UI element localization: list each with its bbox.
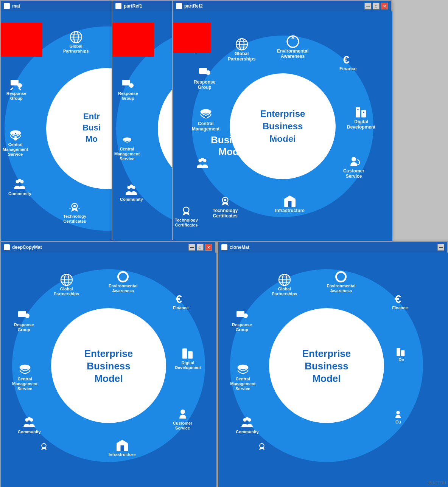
minimize-btn-deepCopyMat[interactable]: — xyxy=(188,244,195,251)
svg-point-36 xyxy=(184,207,189,213)
close-btn-deepCopyMat[interactable]: ✕ xyxy=(205,244,212,251)
svg-text:Business: Business xyxy=(305,360,348,372)
donut-cloneMat: Enterprise Business Model GlobalPartners… xyxy=(226,265,427,466)
svg-rect-99 xyxy=(401,350,404,356)
label-digital-partRef2: DigitalDevelopment xyxy=(347,119,375,130)
svg-point-107 xyxy=(260,443,264,448)
label-finance-partRef2: Finance xyxy=(339,66,356,71)
segment-tech-deep xyxy=(39,441,49,452)
segment-central-deep: CentralManagementService xyxy=(12,363,37,392)
titlebar-cloneMat: cloneMat — xyxy=(218,242,447,253)
label-central-partRef1: CentralManagementService xyxy=(114,147,140,162)
segment-tech-partRef2: TechnologyCertificates xyxy=(213,194,238,219)
label-community-clone: Community xyxy=(236,430,259,434)
svg-rect-49 xyxy=(361,110,366,118)
red-placeholder-mat xyxy=(1,23,42,57)
svg-point-35 xyxy=(130,185,133,188)
label-central-deep: CentralManagementService xyxy=(12,377,37,392)
segment-customer-clone: Cu xyxy=(393,409,403,425)
segment-infra-deep: Infrastructure xyxy=(109,439,136,457)
svg-rect-76 xyxy=(188,351,193,359)
minimize-btn-partRef2[interactable]: — xyxy=(364,3,371,9)
svg-rect-105 xyxy=(236,311,244,317)
label-global-clone: GlobalPartnerships xyxy=(272,287,297,296)
maximize-btn-partRef2[interactable]: □ xyxy=(373,3,380,9)
segment-infra-partRef2: Infrastructure xyxy=(275,194,305,213)
label-response-deep: ResponseGroup xyxy=(14,323,34,332)
label-digital-clone: De xyxy=(398,357,404,362)
svg-rect-75 xyxy=(182,348,187,358)
svg-point-52 xyxy=(352,157,356,161)
red-placeholder-partRef1 xyxy=(112,23,154,57)
window-controls-deepCopyMat[interactable]: — □ ✕ xyxy=(188,244,212,251)
segment-finance-deep: € Finance xyxy=(173,292,189,310)
development-label-partRef2: Development xyxy=(271,133,302,139)
svg-point-77 xyxy=(180,409,185,414)
segment-response-partRef1: ResponseGroup xyxy=(118,78,138,101)
window-title-mat: mat xyxy=(12,3,20,9)
svg-line-11 xyxy=(11,88,13,90)
svg-text:Model: Model xyxy=(94,373,123,384)
segment-global-mat: GlobalPartnerships xyxy=(63,30,89,54)
svg-text:Business: Business xyxy=(263,121,303,131)
label-customer-partRef2: CustomerService xyxy=(343,168,364,179)
svg-rect-62 xyxy=(199,68,207,74)
window-cloneMat: cloneMat — Enterprise Business Model Glo… xyxy=(218,241,448,487)
svg-point-14 xyxy=(14,137,17,141)
svg-point-32 xyxy=(123,138,131,141)
segment-env-partRef2: EnvironmentalAwareness xyxy=(277,35,308,59)
segment-global-clone: GlobalPartnerships xyxy=(272,273,297,296)
segment-customer-deep: CustomerService xyxy=(173,407,192,431)
minimize-btn-cloneMat[interactable]: — xyxy=(437,244,444,251)
svg-text:Business: Business xyxy=(87,360,131,372)
segment-env-clone: EnvironmentalAwareness xyxy=(327,270,355,293)
svg-point-83 xyxy=(28,417,31,420)
svg-point-59 xyxy=(201,158,204,161)
window-controls-cloneMat[interactable]: — xyxy=(437,244,444,251)
svg-point-84 xyxy=(20,364,30,369)
svg-text:Busi: Busi xyxy=(82,123,101,132)
svg-point-104 xyxy=(238,364,248,369)
window-title-partRef1: partRef1 xyxy=(124,3,142,9)
window-mat: mat Entr Busi Mo GlobalPartnerships Resp… xyxy=(0,0,117,240)
segment-response-clone: ResponseGroup xyxy=(232,309,252,332)
window-icon-mat xyxy=(4,3,10,9)
window-title-cloneMat: cloneMat xyxy=(230,245,249,250)
segment-digital-deep: DigitalDevelopment xyxy=(175,347,201,370)
segment-community-partRef1: Community xyxy=(120,183,143,202)
segment-central-partRef2: CentralManagement xyxy=(192,107,219,132)
label-finance-clone: Finance xyxy=(392,306,408,310)
segment-finance-clone: € Finance xyxy=(392,292,408,310)
label-central-partRef2: CentralManagement xyxy=(192,121,219,132)
svg-text:Enterprise: Enterprise xyxy=(302,348,351,359)
label-global-deep: GlobalPartnerships xyxy=(54,287,79,296)
label-env-deep: EnvironmentalAwareness xyxy=(109,284,137,293)
segment-community-deep: Community xyxy=(18,416,41,434)
maximize-btn-deepCopyMat[interactable]: □ xyxy=(197,244,204,251)
window-controls-partRef2[interactable]: — □ ✕ xyxy=(364,3,388,9)
window-partRef2: partRef2 — □ ✕ Enterprise Business Model xyxy=(172,0,392,240)
segment-community-partRef2 xyxy=(196,157,209,170)
close-btn-partRef2[interactable]: ✕ xyxy=(381,3,388,9)
business-model-label-partRef2: BusinessModel xyxy=(211,134,255,158)
watermark: 351CTOH xyxy=(428,481,446,485)
svg-text:€: € xyxy=(176,292,182,305)
svg-text:Model: Model xyxy=(313,373,341,384)
segment-community-clone: Community xyxy=(236,416,259,434)
svg-text:€: € xyxy=(395,292,401,305)
svg-point-19 xyxy=(73,205,76,207)
titlebar-mat: mat xyxy=(1,1,117,11)
label-infra-partRef2: Infrastructure xyxy=(275,208,305,213)
label-tech-partRef2: TechnologyCertificates xyxy=(213,208,238,219)
window-deepCopyMat: deepCopyMat — □ ✕ Enterprise Business Mo… xyxy=(0,241,216,487)
svg-rect-85 xyxy=(18,311,26,317)
label-env-partRef2: EnvironmentalAwareness xyxy=(277,48,308,59)
label-customer-deep: CustomerService xyxy=(173,421,192,431)
svg-rect-54 xyxy=(288,201,292,207)
svg-rect-98 xyxy=(397,348,400,356)
label-central-mat: CentralManagementService xyxy=(3,142,28,157)
svg-point-63 xyxy=(206,70,210,75)
segment-tech-partRef1: TechnologyCertificates xyxy=(175,204,198,228)
svg-text:Enterprise: Enterprise xyxy=(260,109,305,119)
segment-global-partRef2: GlobalPartnerships xyxy=(228,37,255,62)
